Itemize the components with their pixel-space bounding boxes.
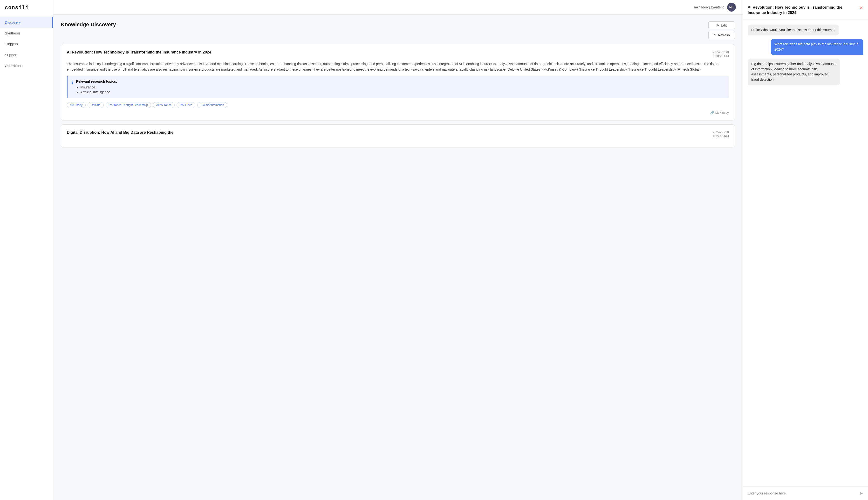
sidebar-item-support[interactable]: Support xyxy=(0,49,53,60)
chat-header: AI Revolution: How Technology is Transfo… xyxy=(743,0,868,20)
info-box-1: ℹ Relevant research topics: Insurance Ar… xyxy=(67,76,729,98)
link-icon: 🔗 xyxy=(710,111,714,114)
article-header-2: Digital Disruption: How AI and Big Data … xyxy=(67,130,729,138)
refresh-button[interactable]: ↻ Refresh xyxy=(708,31,735,39)
article-time-1: 6:00:23 PM xyxy=(713,54,729,58)
article-card-2: Digital Disruption: How AI and Big Data … xyxy=(61,124,735,147)
research-topic-1: Insurance xyxy=(80,85,117,89)
chat-message-1: Hello! What would you like to discuss ab… xyxy=(748,25,839,36)
research-topics-label: Relevant research topics: xyxy=(76,80,117,83)
logo-text: consili xyxy=(5,5,48,11)
tag-claimsautomation[interactable]: ClaimsAutomation xyxy=(197,102,227,108)
tag-insurance-thought[interactable]: Insurance Thought Leadership xyxy=(105,102,151,108)
page-title: Knowledge Discovery xyxy=(61,21,116,28)
page-header: Knowledge Discovery ✎ Edit ↻ Refresh xyxy=(61,21,735,39)
chat-input[interactable] xyxy=(748,491,857,495)
collapse-button-1[interactable]: ∧ xyxy=(726,49,729,55)
source-link-1[interactable]: 🔗 McKinsey xyxy=(710,111,729,114)
article-header-1: AI Revolution: How Technology is Transfo… xyxy=(67,50,729,58)
sidebar-item-operations[interactable]: Operations xyxy=(0,60,53,71)
avatar: MK xyxy=(727,3,736,12)
article-body-1: The insurance industry is undergoing a s… xyxy=(67,61,729,72)
article-footer-1: 🔗 McKinsey xyxy=(67,111,729,114)
info-content-1: Relevant research topics: Insurance Arti… xyxy=(76,80,117,95)
edit-button[interactable]: ✎ Edit xyxy=(708,21,735,29)
send-button[interactable]: ➤ xyxy=(859,490,863,496)
send-icon: ➤ xyxy=(859,491,863,496)
sidebar-item-triggers[interactable]: Triggers xyxy=(0,38,53,49)
chat-title: AI Revolution: How Technology is Transfo… xyxy=(748,5,857,16)
info-icon: ℹ xyxy=(71,80,73,95)
tag-deloitte[interactable]: Deloitte xyxy=(88,102,104,108)
chat-input-area: ➤ xyxy=(743,486,868,500)
user-email: mkhader@avante.io xyxy=(694,5,724,9)
sidebar-item-discovery[interactable]: Discovery xyxy=(0,17,53,28)
logo: consili xyxy=(0,0,53,17)
article-time-2: 2:35:15 PM xyxy=(713,135,729,138)
research-topics-list: Insurance Artificial Intelligence xyxy=(76,85,117,94)
article-date-2: 2024-05-18 xyxy=(713,130,729,134)
chat-message-2: What role does big data play in the insu… xyxy=(771,39,863,55)
article-title-2: Digital Disruption: How AI and Big Data … xyxy=(67,130,708,135)
tag-insurtech[interactable]: InsurTech xyxy=(177,102,196,108)
header-actions: ✎ Edit ↻ Refresh xyxy=(708,21,735,39)
source-name-1: McKinsey xyxy=(715,111,729,114)
main-content: mkhader@avante.io MK Knowledge Discovery… xyxy=(53,0,743,500)
article-card-1: AI Revolution: How Technology is Transfo… xyxy=(61,44,735,121)
chat-messages: Hello! What would you like to discuss ab… xyxy=(743,20,868,486)
sidebar-item-synthesis[interactable]: Synthesis xyxy=(0,28,53,38)
refresh-icon: ↻ xyxy=(713,33,716,37)
chat-message-3: Big data helps insurers gather and analy… xyxy=(748,59,840,85)
tag-aiinsurance[interactable]: AIInsurance xyxy=(153,102,175,108)
research-topic-2: Artificial Intelligence xyxy=(80,90,117,94)
edit-icon: ✎ xyxy=(716,23,720,27)
topbar: mkhader@avante.io MK xyxy=(53,0,743,15)
content-area: Knowledge Discovery ✎ Edit ↻ Refresh AI … xyxy=(53,15,743,500)
chat-close-button[interactable]: ✕ xyxy=(859,5,863,11)
sidebar: consili Discovery Synthesis Triggers Sup… xyxy=(0,0,53,500)
tag-mckinsey[interactable]: McKinsey xyxy=(67,102,86,108)
nav: Discovery Synthesis Triggers Support Ope… xyxy=(0,17,53,71)
tags-row-1: McKinsey Deloitte Insurance Thought Lead… xyxy=(67,102,729,108)
article-title-1: AI Revolution: How Technology is Transfo… xyxy=(67,50,708,55)
chat-panel: AI Revolution: How Technology is Transfo… xyxy=(743,0,868,500)
